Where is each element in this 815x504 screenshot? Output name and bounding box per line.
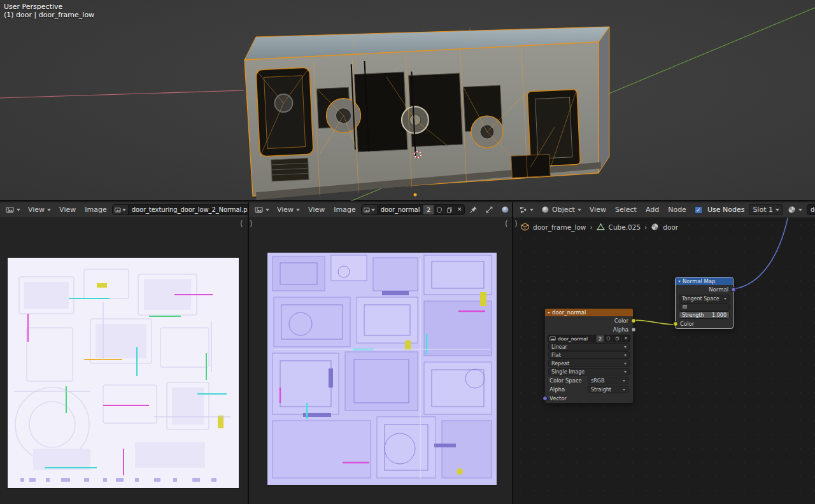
alpha-mode-select[interactable]: Straight [588,386,628,393]
output-row-alpha: Alpha [545,325,633,334]
input-row-color: Color [676,319,733,328]
extension-select[interactable]: Repeat [548,360,630,367]
shield-icon [606,336,611,341]
node-title: Normal Map [683,278,715,284]
users-count[interactable]: 2 [423,205,434,214]
duplicate-button[interactable] [613,335,621,342]
use-nodes-checkbox[interactable]: ✓ [695,206,702,214]
normal-output-socket[interactable] [731,287,736,292]
use-nodes-label: Use Nodes [707,206,745,214]
area-corner-widget[interactable]: ( [505,220,508,228]
viewport-collection-label: (1) door | door_frame_low [4,11,94,19]
3d-viewport[interactable]: User Perspective (1) door | door_frame_l… [0,0,815,201]
strength-field[interactable]: Strength 1.000 [679,311,730,319]
vector-input-socket[interactable] [542,396,548,401]
shield-icon [436,207,443,213]
image-canvas-mid[interactable] [249,218,512,504]
chevron-down-icon [724,298,726,300]
breadcrumb-material[interactable]: door [663,223,678,231]
editor-type-button[interactable] [252,204,273,215]
collapse-icon[interactable] [678,281,681,283]
uv-map-icon [682,304,688,309]
image-icon [549,335,556,342]
unlink-button[interactable]: ✕ [621,335,630,342]
fake-user-button[interactable] [434,205,444,214]
material-icon [651,223,659,231]
door-mesh[interactable] [244,21,609,200]
image-editor-mid: View View Image door_normal 2 [249,202,512,504]
image-browse-button[interactable] [362,205,378,214]
node-header[interactable]: door_normal [545,309,633,316]
image-texture-node[interactable]: door_normal Color Alpha door_normal 2 [544,308,634,403]
breadcrumb-mesh[interactable]: Cube.025 [609,223,641,231]
color-input-socket[interactable] [673,321,678,326]
object-origin [414,193,417,197]
gizmos-icon [485,206,493,214]
image-mode-dropdown[interactable]: View [274,204,303,215]
chevron-down-icon [623,389,625,391]
image-icon [364,207,370,213]
image-mode-label: View [28,206,45,214]
image-mode-label: View [277,206,294,214]
breadcrumb-separator: › [590,223,592,231]
close-icon: ✕ [457,207,462,213]
image-browse-button[interactable] [113,205,129,214]
menu-view[interactable]: View [586,204,610,215]
colorspace-select[interactable]: sRGB [588,377,628,384]
color-output-socket[interactable] [631,318,636,323]
material-browse-button[interactable] [784,204,805,215]
mesh-data-icon [597,223,605,231]
alpha-output-socket[interactable] [631,327,636,332]
menu-add[interactable]: Add [642,204,663,215]
image-name[interactable]: door_texturing_door_low_2_Normal.png [129,206,248,213]
image-mode-dropdown[interactable]: View [25,204,54,215]
menu-image[interactable]: Image [81,204,110,215]
slot-dropdown[interactable]: Slot 1 [749,204,783,215]
input-row-vector: Vector [545,394,633,403]
chevron-down-icon [530,209,534,211]
uv-map-select[interactable] [679,303,730,311]
display-channels-button[interactable] [498,204,512,215]
image-name[interactable]: door_normal [378,206,423,213]
shader-type-label: Object [552,206,575,214]
menu-view[interactable]: View [55,204,80,215]
area-corner-widget[interactable]: ) [514,220,518,228]
image-datablock: door_normal 2 ✕ [361,204,465,215]
editor-type-button[interactable] [3,204,24,215]
slot-label: Slot 1 [753,206,773,214]
node-image-name[interactable]: door_normal [556,336,596,342]
fake-user-button[interactable] [604,335,613,342]
duplicate-button[interactable] [444,205,454,214]
breadcrumb-object[interactable]: door_frame_low [533,223,586,231]
projection-select[interactable]: Flat [548,351,630,359]
menu-select[interactable]: Select [611,204,641,215]
image-canvas-left[interactable] [0,218,248,504]
area-corner-widget[interactable]: ) [250,220,253,228]
menu-image[interactable]: Image [330,204,359,215]
chevron-down-icon [122,209,126,211]
users-count[interactable]: 2 [596,335,604,342]
unlink-button[interactable]: ✕ [454,205,464,214]
material-name[interactable]: door [807,206,815,213]
breadcrumb: door_frame_low › Cube.025 › door [521,223,678,231]
editor-type-button[interactable] [516,204,537,215]
node-header[interactable]: Normal Map [676,277,733,285]
normal-map-image-left [8,258,239,488]
menu-view[interactable]: View [304,204,329,215]
collapse-icon[interactable] [548,312,550,314]
normal-map-node[interactable]: Normal Map Normal Tangent Space Strength [675,277,734,329]
output-row-color: Color [545,316,633,325]
menu-node[interactable]: Node [664,204,690,215]
shader-type-dropdown[interactable]: Object [538,204,585,215]
space-select[interactable]: Tangent Space [679,295,730,302]
object-icon [521,223,529,231]
bottom-areas: ( ) ( ) View View Image [0,202,815,504]
gizmos-button[interactable] [482,204,497,215]
use-nodes-toggle[interactable]: ✓ Use Nodes [691,204,748,215]
interpolation-select[interactable]: Linear [548,343,630,351]
source-select[interactable]: Single Image [548,368,630,375]
pin-button[interactable] [466,204,481,215]
material-icon [788,206,796,214]
area-corner-widget[interactable]: ( [240,220,243,228]
node-canvas[interactable]: door_frame_low › Cube.025 › door [513,218,815,504]
